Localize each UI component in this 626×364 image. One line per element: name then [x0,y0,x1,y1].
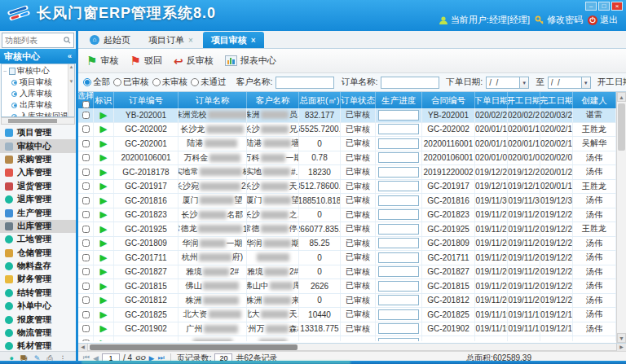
row-checkbox[interactable] [82,197,90,204]
row-checkbox[interactable] [82,211,90,218]
calendar-dropdown-icon[interactable]: ▼ [582,77,591,89]
table-row[interactable]: ▶ GC-202002 长沙龙 长沙兄.. 65525.7200.. 已审核 G… [78,123,616,138]
sidebar-item-工地管理[interactable]: 工地管理 [0,233,76,246]
tree-item-入库审核回退[interactable]: 入库审核回退 [3,111,74,117]
horizontal-scroll-thumb[interactable] [90,344,298,350]
tab-项目审核[interactable]: 项目审核× [203,32,264,48]
row-checkbox[interactable] [82,140,90,147]
column-header-合同编号[interactable]: 合同编号 [422,92,475,108]
table-row[interactable]: ▶ GC-201917 长沙宛2# 长沙天.. 8512.78600.. 已审核… [78,180,616,195]
驳回-button[interactable]: ⚑驳回 [130,55,161,67]
scroll-up-icon[interactable]: ▲ [617,92,626,102]
order-date-to-input[interactable] [548,77,582,89]
sidebar-item-审核中心[interactable]: 审核中心 [0,139,76,152]
table-row[interactable]: ▶ GC-2018178 实地常栋 实地#.. 18230 已审核 201912… [78,165,616,180]
table-row[interactable]: ▶ GC-201815 佛山 佛山中库 2626 已审核 GC-201815 2… [78,279,616,294]
column-header-完工日期[interactable]: 完工日期 [540,92,573,108]
column-header-订单状态[interactable]: 订单状态 [341,92,376,108]
tree-horizontal-scrollbar[interactable] [1,117,75,125]
close-tab-icon[interactable]: × [251,36,256,45]
table-row[interactable]: ▶ GC-201823 长沙名郡 长沙之.. 0 已审核 GC-201823 2… [78,208,616,223]
radio-全部[interactable]: 全部 [83,77,110,88]
tree-expand-icon[interactable]: − [3,68,7,75]
sidebar-item-物流管理[interactable]: 物流管理 [0,327,76,340]
row-checkbox[interactable] [82,268,90,275]
column-header-开工日期[interactable]: 开工日期 [508,92,540,108]
row-checkbox[interactable] [82,169,90,176]
select-all-checkbox[interactable] [82,101,90,108]
table-row[interactable]: ▶ GC-202001 陆港 陆港墙 0 已审核 20200116001 202… [78,137,616,151]
table-row[interactable]: ▶ GC-201812 株洲 株洲来 0 已审核 GC-201812 2019/… [78,294,616,309]
radio-已审核[interactable]: 已审核 [113,77,149,88]
sidebar-item-入库管理[interactable]: 入库管理 [0,166,76,179]
row-checkbox[interactable] [82,311,90,318]
column-header-客户名称[interactable]: 客户名称 [247,92,299,108]
sidebar-item-出库管理[interactable]: 出库管理 [0,220,76,233]
tab-项目订单[interactable]: 项目订单× [140,32,201,48]
审核-button[interactable]: ⚑审核 [86,55,118,67]
table-row[interactable]: ▶ GC-201925 常德龙10 常德停.. 266077.835.. 已审核… [78,222,616,237]
sidebar-item-项目管理[interactable]: 项目管理 [0,126,76,139]
table-row[interactable]: ▶ GC-201809 华润一期 华润期 85.25 已审核 GC-201809… [78,237,616,252]
table-row[interactable]: ▶ [78,336,616,341]
horizontal-scrollbar[interactable]: ◀ ▶ [78,344,626,351]
sidebar-item-退货管理[interactable]: 退货管理 [0,180,76,193]
customer-name-input[interactable] [276,77,334,89]
row-checkbox[interactable] [82,296,90,304]
sidebar-item-结转管理[interactable]: 结转管理 [0,287,76,300]
反审核-button[interactable]: ↩反审核 [174,55,214,68]
column-header-订单名称[interactable]: 订单名称 [179,92,247,108]
radio-未审核[interactable]: 未审核 [152,77,188,88]
row-checkbox[interactable] [82,325,90,332]
logout-link[interactable]: ⏻ 退出 [588,14,618,26]
column-header-订单编号[interactable]: 订单编号 [114,92,179,108]
sidebar-item-报废管理[interactable]: 报废管理 [0,313,76,326]
column-header-下单日期[interactable]: 下单日期 [475,92,508,108]
sidebar-item-生产管理[interactable]: 生产管理 [0,206,76,219]
vertical-scroll-thumb[interactable] [618,103,625,151]
row-checkbox[interactable] [82,154,90,161]
close-tab-icon[interactable]: × [188,36,193,45]
collapse-panel-icon[interactable]: « [68,52,72,60]
maximize-button[interactable]: □ [598,2,610,11]
function-search-input[interactable] [5,36,64,45]
table-row[interactable]: ▶ YB-202001 株洲党校 株洲员.. 832.177 已审核 YB-20… [78,108,616,123]
column-header-标识[interactable]: 标识 [94,92,114,108]
table-row[interactable]: ▶ GC-201827 雅境2# 雅境2# 0 已审核 GC-201827 20… [78,265,616,280]
sidebar-item-采购管理[interactable]: 采购管理 [0,153,76,166]
scroll-right-icon[interactable]: ▶ [616,344,626,351]
报表中心-button[interactable]: 报表中心 [225,55,276,67]
row-checkbox[interactable] [82,254,90,261]
table-row[interactable]: ▶ GC-201711 杭州府) 0 已审核 GC-201711 2019/11… [78,251,616,265]
column-header-生产进度[interactable]: 生产进度 [376,92,422,108]
change-password-link[interactable]: 修改密码 [535,14,583,26]
function-search-box[interactable] [2,33,74,48]
tree-item-项目审核[interactable]: 项目审核 [3,77,74,88]
calendar-dropdown-icon[interactable]: ▼ [520,77,529,89]
row-checkbox[interactable] [82,182,90,190]
close-button[interactable]: × [611,2,623,11]
table-row[interactable]: ▶ GC-201902 广州 广州万森林 13318.775 已审核 GC-20… [78,322,616,337]
tab-起始页[interactable]: ⌂起始页 [82,32,139,48]
table-row[interactable]: ▶ 20200106001 万科金 万科一期 0.78 已审核 20200106… [78,151,616,166]
tree-root-audit-center[interactable]: − 审核中心 [3,65,74,77]
table-row[interactable]: ▶ GC-201816 厦门望 厦门望 188510.818 已审核 GC-20… [78,194,616,208]
scroll-down-icon[interactable]: ▼ [617,333,626,343]
tree-item-出库审核[interactable]: 出库审核 [3,99,74,111]
sidebar-item-财务管理[interactable]: 财务管理 [0,273,76,286]
order-date-from-input[interactable] [486,77,520,89]
tree-vertical-scrollbar[interactable]: ▲▼ [68,64,74,116]
row-checkbox[interactable] [82,239,90,247]
tree-item-入库审核[interactable]: 入库审核 [3,88,74,99]
sidebar-item-补单中心[interactable]: 补单中心 [0,300,76,313]
sidebar-item-耗材管理[interactable]: 耗材管理 [0,340,76,351]
table-row[interactable]: ▶ GC-201825 北大资 北大天.. 10440 已审核 GC-20182… [78,308,616,322]
column-header-总面积(㎡)[interactable]: 总面积(㎡) [299,92,341,108]
column-header-选择[interactable]: 选择 [78,92,94,108]
sidebar-item-仓储管理[interactable]: 仓储管理 [0,247,76,260]
row-checkbox[interactable] [82,125,90,133]
scroll-left-icon[interactable]: ◀ [78,344,88,351]
row-checkbox[interactable] [82,226,90,233]
row-checkbox[interactable] [82,340,90,341]
radio-未通过[interactable]: 未通过 [191,77,227,88]
